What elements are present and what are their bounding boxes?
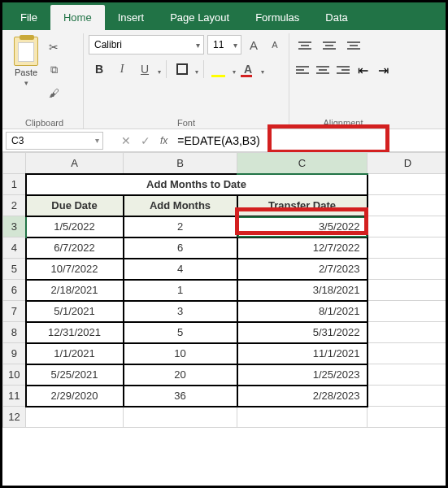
row-header[interactable]: 7 xyxy=(3,301,26,322)
ribbon: Paste ▾ ✂ ⧉ 🖌 Clipboard Calibri 11 A A B… xyxy=(2,30,446,129)
align-left-button[interactable] xyxy=(294,61,311,79)
font-name-select[interactable]: Calibri xyxy=(89,35,204,54)
cell-transfer[interactable]: 1/25/2023 xyxy=(237,364,368,386)
cell[interactable] xyxy=(368,174,446,195)
cell[interactable] xyxy=(237,407,368,428)
col-header-d[interactable]: D xyxy=(368,153,446,174)
font-color-button[interactable]: A xyxy=(237,59,259,79)
cell-transfer[interactable]: 2/28/2023 xyxy=(237,386,368,407)
cut-button[interactable]: ✂ xyxy=(45,38,63,56)
cell[interactable] xyxy=(368,343,446,364)
tab-home[interactable]: Home xyxy=(50,5,105,30)
formula-input[interactable] xyxy=(172,133,442,149)
cell-transfer[interactable]: 5/31/2022 xyxy=(237,322,368,343)
cell-transfer[interactable]: 11/1/2021 xyxy=(237,343,368,364)
alignment-group-label: Alignment xyxy=(294,115,392,129)
tab-page-layout[interactable]: Page Layout xyxy=(157,5,242,30)
italic-button[interactable]: I xyxy=(111,59,133,79)
cell[interactable] xyxy=(368,259,446,280)
cell-due[interactable]: 10/7/2022 xyxy=(26,259,124,280)
align-bottom-button[interactable] xyxy=(343,37,364,54)
cell[interactable] xyxy=(368,364,446,386)
copy-button[interactable]: ⧉ xyxy=(45,61,63,79)
cell-add[interactable]: 10 xyxy=(124,343,237,364)
cell-transfer[interactable]: 3/18/2021 xyxy=(237,280,368,301)
row-header[interactable]: 6 xyxy=(3,280,26,301)
font-size-select[interactable]: 11 xyxy=(207,35,241,54)
header-add-months[interactable]: Add Months xyxy=(124,195,237,216)
row-header[interactable]: 4 xyxy=(3,237,26,259)
underline-button[interactable]: U xyxy=(134,59,155,79)
row-header[interactable]: 11 xyxy=(3,386,26,407)
cell-due[interactable]: 12/31/2021 xyxy=(26,322,124,343)
cell-due[interactable]: 2/29/2020 xyxy=(26,386,124,407)
row-header[interactable]: 9 xyxy=(3,343,26,364)
align-center-button[interactable] xyxy=(315,61,332,79)
cell-transfer[interactable]: 8/1/2021 xyxy=(237,301,368,322)
cell[interactable] xyxy=(368,280,446,301)
title-cell[interactable]: Add Months to Date xyxy=(26,174,368,195)
cell[interactable] xyxy=(124,407,237,428)
cell-transfer-selected[interactable]: 3/5/2022 xyxy=(237,216,368,237)
worksheet-grid[interactable]: A B C D 1 Add Months to Date 2 Due Date … xyxy=(2,152,446,486)
col-header-a[interactable]: A xyxy=(26,153,124,174)
increase-font-button[interactable]: A xyxy=(245,36,263,54)
cell[interactable] xyxy=(368,195,446,216)
row-header[interactable]: 2 xyxy=(3,195,26,216)
row-header[interactable]: 12 xyxy=(3,407,26,428)
cell[interactable] xyxy=(368,386,446,407)
cell-due[interactable]: 1/1/2021 xyxy=(26,343,124,364)
increase-indent-button[interactable]: ⇥ xyxy=(375,61,392,79)
tab-data[interactable]: Data xyxy=(312,5,360,30)
cell-due[interactable]: 1/5/2022 xyxy=(26,216,124,237)
tab-formulas[interactable]: Formulas xyxy=(242,5,312,30)
name-box[interactable]: C3 xyxy=(6,132,103,150)
cell[interactable] xyxy=(368,407,446,428)
row-header[interactable]: 10 xyxy=(3,364,26,386)
col-header-b[interactable]: B xyxy=(124,153,237,174)
row-header[interactable]: 8 xyxy=(3,322,26,343)
cell-transfer[interactable]: 2/7/2023 xyxy=(237,259,368,280)
row-header[interactable]: 3 xyxy=(3,216,26,237)
align-right-button[interactable] xyxy=(335,61,352,79)
cell[interactable] xyxy=(368,237,446,259)
cell-add[interactable]: 3 xyxy=(124,301,237,322)
cell-add[interactable]: 6 xyxy=(124,237,237,259)
formula-confirm-button[interactable]: ✓ xyxy=(136,134,155,147)
tab-insert[interactable]: Insert xyxy=(105,5,158,30)
bold-button[interactable]: B xyxy=(89,59,110,79)
row-header[interactable]: 5 xyxy=(3,259,26,280)
formula-cancel-button[interactable]: ✕ xyxy=(116,134,136,147)
tab-file[interactable]: File xyxy=(7,5,50,30)
cell-add[interactable]: 1 xyxy=(124,280,237,301)
cell[interactable] xyxy=(26,407,124,428)
fill-color-button[interactable] xyxy=(209,59,230,79)
cell-due[interactable]: 5/25/2021 xyxy=(26,364,124,386)
format-painter-button[interactable]: 🖌 xyxy=(45,84,63,102)
cell-add[interactable]: 4 xyxy=(124,259,237,280)
cell-due[interactable]: 5/1/2021 xyxy=(26,301,124,322)
formula-bar: C3 ✕ ✓ fx xyxy=(2,129,446,152)
decrease-font-button[interactable]: A xyxy=(266,36,284,54)
row-header[interactable]: 1 xyxy=(3,174,26,195)
cell[interactable] xyxy=(368,216,446,237)
header-transfer-date[interactable]: Transfer Date xyxy=(237,195,368,216)
fx-icon[interactable]: fx xyxy=(155,135,172,146)
borders-button[interactable] xyxy=(172,59,193,79)
col-header-c[interactable]: C xyxy=(237,153,368,174)
align-top-button[interactable] xyxy=(294,37,315,54)
cell-add[interactable]: 5 xyxy=(124,322,237,343)
header-due-date[interactable]: Due Date xyxy=(26,195,124,216)
decrease-indent-button[interactable]: ⇤ xyxy=(354,61,372,79)
cell[interactable] xyxy=(368,301,446,322)
cell-due[interactable]: 2/18/2021 xyxy=(26,280,124,301)
cell[interactable] xyxy=(368,322,446,343)
cell-due[interactable]: 6/7/2022 xyxy=(26,237,124,259)
cell-add[interactable]: 20 xyxy=(124,364,237,386)
cell-add[interactable]: 2 xyxy=(124,216,237,237)
align-middle-button[interactable] xyxy=(319,37,340,54)
cell-add[interactable]: 36 xyxy=(124,386,237,407)
paste-button[interactable]: Paste ▾ xyxy=(11,35,41,102)
cell-transfer[interactable]: 12/7/2022 xyxy=(237,237,368,259)
select-all-corner[interactable] xyxy=(3,153,26,174)
